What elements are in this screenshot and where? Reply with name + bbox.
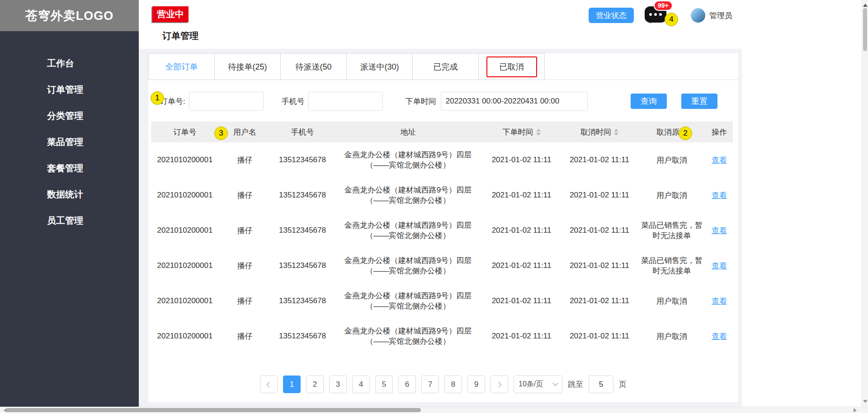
tab-pending-delivery[interactable]: 待派送(50 <box>280 53 347 80</box>
table-row: 2021010200001 播仔 13512345678 金燕龙办公楼（建材城西… <box>151 178 733 213</box>
view-link[interactable]: 查看 <box>712 225 727 236</box>
cell-phone: 13512345678 <box>271 154 334 166</box>
notifications: 99+ 4 <box>645 6 666 24</box>
scroll-down-arrow-icon[interactable] <box>863 400 868 405</box>
sidebar-item-categories[interactable]: 分类管理 <box>0 103 139 129</box>
chevron-down-icon <box>552 380 558 386</box>
cell-address: 金燕龙办公楼（建材城西路9号）四层（——宾馆北侧办公楼） <box>334 289 482 313</box>
jump-page-input[interactable] <box>589 375 613 393</box>
header-address: 地址 <box>334 125 482 139</box>
sidebar: 苍穹外卖LOGO 工作台 订单管理 分类管理 菜品管理 套餐管理 数据统计 员工… <box>0 0 139 407</box>
page-button-5[interactable]: 5 <box>375 375 393 393</box>
cell-phone: 13512345678 <box>271 330 334 343</box>
table-row: 2021010200001 播仔 13512345678 金燕龙办公楼（建材城西… <box>151 283 733 319</box>
view-link[interactable]: 查看 <box>712 331 727 342</box>
business-open-badge: 营业中 <box>152 6 189 22</box>
cell-cancel-reason: 菜品已销售完，暂时无法接单 <box>638 253 706 278</box>
tab-cancelled[interactable]: 已取消 <box>478 53 545 80</box>
order-no-input[interactable] <box>189 92 264 111</box>
tab-delivering[interactable]: 派送中(30) <box>346 53 413 80</box>
account-menu[interactable]: 管理员 <box>691 8 732 23</box>
sidebar-nav: 工作台 订单管理 分类管理 菜品管理 套餐管理 数据统计 员工管理 <box>0 31 139 234</box>
order-time-range-input[interactable] <box>441 92 588 111</box>
tab-all-orders[interactable]: 全部订单 <box>148 53 215 80</box>
pagination: 1 2 3 4 5 6 7 8 9 10条/页 跳至 页 <box>148 375 738 393</box>
query-button[interactable]: 查询 <box>631 94 667 109</box>
cell-cancel-reason: 菜品已销售完，暂时无法接单 <box>638 218 706 243</box>
admin-label: 管理员 <box>709 10 732 21</box>
annotation-circle-1: 1 <box>151 91 164 105</box>
cell-action: 查看 <box>706 153 733 167</box>
table-row: 2021010200001 播仔 13512345678 金燕龙办公楼（建材城西… <box>151 213 733 248</box>
sidebar-item-orders[interactable]: 订单管理 <box>0 76 139 103</box>
cell-order-no: 2021010200001 <box>151 224 219 237</box>
table-row: 2021010200001 播仔 13512345678 金燕龙办公楼（建材城西… <box>151 142 733 178</box>
header-phone: 手机号 <box>271 125 334 139</box>
cell-phone: 13512345678 <box>271 189 334 202</box>
prev-page-button[interactable] <box>260 375 278 393</box>
page-button-1[interactable]: 1 <box>283 375 301 393</box>
sidebar-item-statistics[interactable]: 数据统计 <box>0 181 139 207</box>
page-button-8[interactable]: 8 <box>444 375 462 393</box>
sidebar-item-employees[interactable]: 员工管理 <box>0 207 139 234</box>
cell-address: 金燕龙办公楼（建材城西路9号）四层（——宾馆北侧办公楼） <box>334 218 482 243</box>
cell-order-no: 2021010200001 <box>151 295 219 307</box>
cell-order-time: 2021-01-02 11:11 <box>482 330 561 343</box>
page-button-4[interactable]: 4 <box>352 375 370 393</box>
phone-input[interactable] <box>308 92 383 111</box>
vertical-scrollbar-thumb[interactable] <box>863 8 867 51</box>
orders-table: 订单号 用户名 手机号 地址 下单时间 取消时间 取消原因 <box>151 122 733 354</box>
annotation-circle-3: 3 <box>214 127 228 140</box>
cell-user: 播仔 <box>219 188 271 202</box>
page-size-value: 10条/页 <box>519 380 543 389</box>
cell-action: 查看 <box>706 294 733 308</box>
cell-user: 播仔 <box>219 259 271 273</box>
view-link[interactable]: 查看 <box>712 261 727 271</box>
sidebar-item-setmeals[interactable]: 套餐管理 <box>0 155 139 181</box>
view-link[interactable]: 查看 <box>712 296 727 306</box>
cell-address: 金燕龙办公楼（建材城西路9号）四层（——宾馆北侧办公楼） <box>334 324 482 348</box>
cell-cancel-time: 2021-01-02 11:11 <box>561 189 638 202</box>
avatar[interactable] <box>691 8 705 23</box>
cell-order-no: 2021010200001 <box>151 330 219 343</box>
horizontal-scrollbar <box>0 407 868 413</box>
sidebar-item-dishes[interactable]: 菜品管理 <box>0 129 139 155</box>
sidebar-item-workbench[interactable]: 工作台 <box>0 50 139 76</box>
cell-user: 播仔 <box>219 224 271 238</box>
scroll-right-arrow-icon[interactable] <box>854 408 859 413</box>
page-button-3[interactable]: 3 <box>329 375 347 393</box>
cell-order-no: 2021010200001 <box>151 189 219 202</box>
page-button-9[interactable]: 9 <box>467 375 485 393</box>
reset-button[interactable]: 重置 <box>681 94 717 109</box>
sort-icon[interactable] <box>536 129 541 136</box>
annotation-circle-2: 2 <box>679 127 692 140</box>
page-size-select[interactable]: 10条/页 <box>514 375 562 393</box>
chat-dot-icon <box>654 13 657 16</box>
horizontal-scrollbar-thumb[interactable] <box>6 408 421 412</box>
view-link[interactable]: 查看 <box>712 190 727 201</box>
cell-address: 金燕龙办公楼（建材城西路9号）四层（——宾馆北侧办公楼） <box>334 183 482 207</box>
sort-icon[interactable] <box>614 129 618 136</box>
page-button-2[interactable]: 2 <box>306 375 324 393</box>
page-button-7[interactable]: 7 <box>421 375 439 393</box>
tab-pending-accept[interactable]: 待接单(25) <box>214 53 281 80</box>
topbar-controls: 营业状态 99+ 4 管理员 <box>589 6 732 24</box>
search-bar: 订单号: 手机号 下单时间 查询 重置 <box>148 80 738 122</box>
header-action: 操作 <box>706 125 733 139</box>
chat-dot-icon <box>659 13 662 16</box>
header-cancel-time-label: 取消时间 <box>580 127 611 137</box>
scroll-up-arrow-icon[interactable] <box>863 1 868 7</box>
page-title: 订单管理 <box>162 30 198 42</box>
chevron-left-icon <box>266 381 273 387</box>
cell-order-time: 2021-01-02 11:11 <box>482 259 561 272</box>
business-status-button[interactable]: 营业状态 <box>589 8 634 23</box>
cell-cancel-reason: 用户取消 <box>638 329 706 343</box>
next-page-button[interactable] <box>491 375 508 393</box>
phone-label: 手机号 <box>282 96 305 107</box>
tab-completed[interactable]: 已完成 <box>412 53 479 80</box>
chevron-right-icon <box>495 381 502 387</box>
page-button-6[interactable]: 6 <box>398 375 416 393</box>
cell-action: 查看 <box>706 224 733 238</box>
view-link[interactable]: 查看 <box>712 155 727 165</box>
cell-order-time: 2021-01-02 11:11 <box>482 154 561 166</box>
